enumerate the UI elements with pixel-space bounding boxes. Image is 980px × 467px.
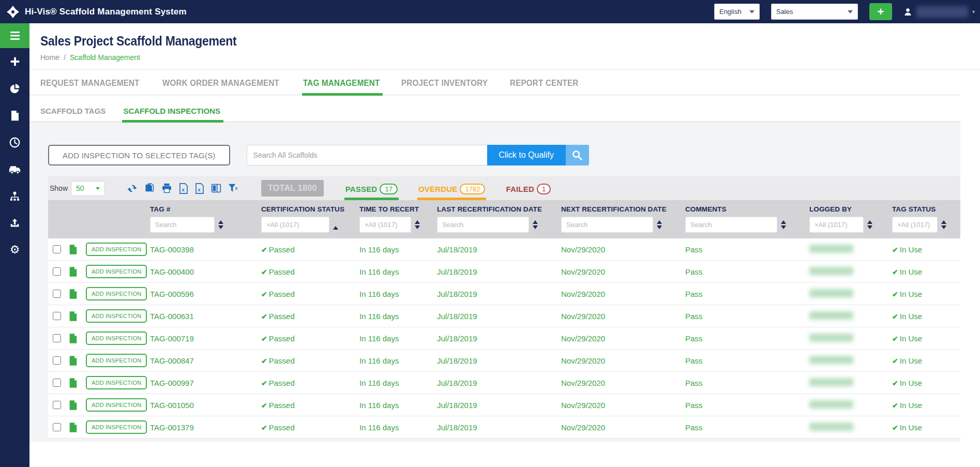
tab-work-order-management[interactable]: WORK ORDER MANAGEMENT [162,79,279,95]
add-inspection-button[interactable]: ADD INSPECTION [86,420,147,434]
file-icon[interactable] [69,244,78,255]
certification-status: Passed [269,334,295,343]
subtab-scaffold-inspections[interactable]: SCAFFOLD INSPECTIONS [123,107,220,122]
add-button[interactable]: + [869,3,892,20]
add-inspection-button[interactable]: ADD INSPECTION [86,265,147,278]
row-checkbox[interactable] [53,290,61,298]
refresh-icon[interactable] [127,183,138,194]
document-icon[interactable] [0,102,29,129]
add-inspection-button[interactable]: ADD INSPECTION [86,376,147,389]
page-size-select[interactable]: 50 [71,181,105,196]
breadcrumb-current[interactable]: Scaffold Management [70,53,140,62]
add-inspection-button[interactable]: ADD INSPECTION [86,398,147,412]
filter-overdue[interactable]: OVERDUE 1782 [417,179,487,198]
filter-tag-status-select[interactable]: ×All (1017) [892,217,938,233]
tag-link[interactable]: TAG-001050 [150,401,194,410]
file-icon[interactable] [69,333,78,344]
tab-report-center[interactable]: REPORT CENTER [510,79,579,95]
filter-logged-by-select[interactable]: ×All (1017) [809,217,864,233]
sort-icon[interactable] [218,220,223,229]
search-button[interactable] [566,145,589,165]
filter-next-date-input[interactable] [561,217,653,233]
table-row: ADD INSPECTION TAG-000400 ✔Passed In 116… [48,261,960,283]
sort-icon[interactable] [867,220,872,229]
logged-by-redacted [809,311,853,320]
file-icon[interactable] [69,378,78,388]
sitemap-icon[interactable] [0,183,29,209]
tag-link[interactable]: TAG-000631 [150,312,194,321]
file-icon[interactable] [69,400,78,411]
click-to-qualify-button[interactable]: Click to Qualify [487,145,566,165]
sub-tabs: SCAFFOLD TAGS SCAFFOLD INSPECTIONS [29,95,960,122]
row-checkbox[interactable] [53,267,61,276]
table-row: ADD INSPECTION TAG-000997 ✔Passed In 116… [48,372,960,394]
gear-icon[interactable]: ⚙ [0,236,29,263]
tag-link[interactable]: TAG-000997 [150,379,194,387]
row-checkbox[interactable] [53,245,61,253]
subtab-scaffold-tags[interactable]: SCAFFOLD TAGS [40,107,105,122]
print-icon[interactable] [161,183,172,193]
search-all-scaffolds-input[interactable] [247,145,487,165]
breadcrumb-home[interactable]: Home [40,53,59,62]
tag-link[interactable]: TAG-000400 [150,267,194,276]
tab-project-inventory[interactable]: PROJECT INVENTORY [401,79,488,95]
file-icon[interactable] [69,422,78,433]
file-icon[interactable] [69,289,78,299]
filter-time-select[interactable]: ×All (1017) [359,217,411,233]
sort-icon[interactable] [415,220,420,229]
add-inspection-to-selected-button[interactable]: ADD INSPECTION TO SELECTED TAG(S) [48,145,230,165]
row-checkbox[interactable] [53,401,61,409]
sort-icon[interactable] [941,220,946,229]
filter-tag-input[interactable] [150,217,215,233]
filter-last-date-input[interactable] [437,217,529,233]
row-checkbox[interactable] [53,356,61,365]
user-menu[interactable]: ▾ [903,6,975,18]
role-select[interactable]: Sales [771,4,858,20]
truck-icon[interactable] [0,156,29,183]
tab-tag-management[interactable]: TAG MANAGEMENT [303,79,380,95]
clock-icon[interactable] [0,129,29,156]
file-icon[interactable] [69,355,78,366]
row-checkbox[interactable] [53,312,61,320]
tag-link[interactable]: TAG-000847 [150,356,194,365]
check-icon: ✔ [892,246,898,254]
tag-link[interactable]: TAG-000596 [150,290,194,298]
check-icon: ✔ [261,268,267,276]
copy-icon[interactable] [144,183,155,194]
add-inspection-button[interactable]: ADD INSPECTION [86,309,147,323]
language-select[interactable]: English [714,4,760,20]
pie-chart-icon[interactable] [0,75,29,102]
tag-link[interactable]: TAG-000398 [150,245,194,254]
column-header-next-recertification-date: NEXT RECERTIFICATION DATE [561,205,685,233]
filter-comments-input[interactable] [685,217,777,233]
excel-export-icon[interactable]: x [179,183,188,194]
row-checkbox[interactable] [53,334,61,342]
filter-passed[interactable]: PASSED 17 [344,179,399,198]
menu-icon[interactable] [0,23,29,48]
tab-request-management[interactable]: REQUEST MANAGEMENT [40,79,140,95]
file-icon[interactable] [69,266,78,277]
file-icon[interactable] [69,311,78,322]
sort-icon[interactable] [781,220,786,229]
plus-icon[interactable] [0,48,29,75]
row-checkbox[interactable] [53,423,61,431]
sort-icon[interactable] [657,220,662,229]
comments: Pass [685,423,809,432]
filter-failed[interactable]: FAILED 1 [505,179,552,198]
upload-icon[interactable] [0,209,29,236]
add-inspection-button[interactable]: ADD INSPECTION [86,332,147,345]
row-checkbox[interactable] [53,379,61,387]
column-visibility-icon[interactable] [211,183,221,193]
sort-icon[interactable] [533,220,538,229]
filter-certification-select[interactable]: ×All (1017) [261,217,329,233]
add-inspection-button[interactable]: ADD INSPECTION [86,243,147,256]
tag-link[interactable]: TAG-000719 [150,334,194,343]
last-recertification-date: Jul/18/2019 [437,379,561,387]
sort-asc-icon[interactable] [333,226,338,230]
excel-export-all-icon[interactable]: x [195,183,204,194]
add-inspection-button[interactable]: ADD INSPECTION [86,354,147,367]
add-inspection-button[interactable]: ADD INSPECTION [86,287,147,300]
tag-link[interactable]: TAG-001379 [150,423,194,432]
clear-filter-icon[interactable]: x [228,183,239,193]
certification-status: Passed [269,290,295,298]
